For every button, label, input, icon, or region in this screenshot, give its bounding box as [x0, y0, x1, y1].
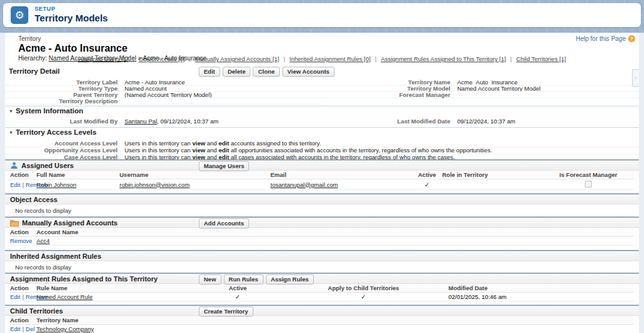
field-territory-name: Territory Name Acme_Auto_Insurance [322, 79, 639, 86]
create-territory-button[interactable]: Create Territory [199, 307, 253, 317]
detail-right-column: Territory Name Acme_Auto_Insurance Terri… [322, 79, 639, 104]
detail-left-column: Territory Label Acme - Auto Insurance Te… [5, 79, 322, 104]
clone-button[interactable]: Clone [253, 67, 279, 77]
active-checkmark-icon: ✓ [412, 182, 442, 188]
email-link[interactable]: tosantanupal@gmail.com [270, 181, 338, 188]
delete-button[interactable]: Delete [223, 67, 251, 77]
help-question-icon[interactable]: ? [628, 35, 635, 42]
territory-access-levels-header[interactable]: ▼Territory Access Levels [5, 128, 639, 137]
edit-action-link[interactable]: Edit [10, 293, 20, 300]
view-accounts-button[interactable]: View Accounts [282, 67, 335, 77]
assignment-rules-title: Assignment Rules Assigned to This Territ… [10, 275, 158, 283]
field-territory-label: Territory Label Acme - Auto Insurance [5, 79, 322, 86]
last-modified-by-user-link[interactable]: Santanu Pal [125, 118, 157, 125]
inherited-rules-empty: No records to display [10, 261, 634, 273]
manage-users-button[interactable]: Manage Users [199, 161, 249, 171]
manually-assigned-accounts-section: Manually Assigned Accounts Add Accounts … [5, 217, 639, 246]
quick-link-separator: | [510, 55, 511, 62]
entity-label: Territory [18, 35, 630, 42]
field-forecast-manager: Forecast Manager [322, 92, 639, 98]
assigned-users-row: Edit|Remove Robin Johnson robin.johnson@… [10, 179, 634, 190]
child-territories-bar: Child Territories Create Territory [5, 305, 639, 316]
setup-header: ⚙ SETUP Territory Models [3, 3, 641, 27]
system-information-row: Last Modified By Santanu Pal, 09/12/2024… [5, 118, 639, 125]
quick-link-separator: | [375, 55, 376, 62]
new-button[interactable]: New [199, 274, 221, 285]
account-row: Remove Acc4 [10, 237, 634, 246]
active-checkmark-icon: ✓ [197, 294, 279, 300]
row-actions: Edit|Remove [10, 294, 36, 300]
account-name-link[interactable]: Acc4 [36, 237, 50, 244]
child-territory-name-link[interactable]: Technology Company [36, 325, 94, 332]
quick-link-child-territories[interactable]: Child Territories [1] [516, 55, 566, 62]
quick-link-inherited-assignment-rules[interactable]: Inherited Assignment Rules [0] [289, 55, 370, 62]
field-territory-description: Territory Description [5, 98, 322, 104]
rule-name-link[interactable]: Named Account Rule [36, 293, 92, 300]
assigned-users-header-row: Action Full Name Username Email Active R… [10, 171, 634, 179]
last-modified-date-label: Last Modified Date [322, 118, 450, 125]
page-title: Acme - Auto Insurance [18, 42, 630, 54]
system-information-section: ▼System Information Last Modified By San… [5, 106, 639, 125]
rules-header-row: Action Rule Name Active Apply to Child T… [10, 284, 634, 293]
inherited-assignment-rules-bar: Inherited Assignment Rules [5, 250, 639, 261]
object-access-section: Object Access No records to display [5, 193, 639, 217]
assignment-rules-section: Assignment Rules Assigned to This Territ… [5, 273, 639, 302]
quick-link-object-access[interactable]: Object Access [0] [138, 55, 184, 62]
territory-access-levels-section: ▼Territory Access Levels Account Access … [5, 127, 639, 161]
remove-action-link[interactable]: Remove [10, 237, 32, 244]
manually-assigned-accounts-bar: Manually Assigned Accounts Add Accounts [5, 217, 639, 228]
help-link[interactable]: Help for this Page [576, 35, 626, 42]
assigned-users-title: Assigned Users [21, 162, 74, 169]
last-modified-by-value: Santanu Pal, 09/12/2024, 10:37 am [125, 118, 322, 125]
child-territory-row: Edit|Del Technology Company [10, 325, 634, 333]
help-for-page[interactable]: Help for this Page ? [576, 35, 636, 42]
add-accounts-button[interactable]: Add Accounts [199, 218, 249, 229]
manually-assigned-accounts-table: Action Account Name Remove Acc4 [10, 228, 634, 246]
inherited-assignment-rules-title: Inherited Assignment Rules [10, 252, 101, 260]
edit-action-link[interactable]: Edit [10, 325, 20, 332]
assigned-users-bar: Assigned Users Manage Users [5, 159, 639, 171]
username-link[interactable]: robin.johnson@vision.com [119, 181, 190, 188]
run-rules-button[interactable]: Run Rules [224, 274, 264, 285]
assigned-users-table: Action Full Name Username Email Active R… [10, 171, 634, 190]
child-territories-header-row: Action Territory Name [10, 316, 634, 325]
user-icon [10, 161, 18, 169]
setup-app-title: Territory Models [35, 13, 108, 24]
quick-link-assignment-rules[interactable]: Assignment Rules Assigned to This Territ… [381, 55, 506, 62]
quick-link-separator: | [133, 55, 134, 62]
assign-rules-button[interactable]: Assign Rules [266, 274, 314, 285]
territory-type-link[interactable]: Named Account [125, 86, 167, 91]
setup-eyebrow: SETUP [35, 6, 108, 13]
setup-title-group: SETUP Territory Models [35, 6, 108, 23]
detail-grid: Territory Label Acme - Auto Insurance Te… [5, 79, 639, 104]
row-actions: Edit|Del [10, 326, 36, 332]
field-territory-type: Territory Type Named Account [5, 86, 322, 92]
system-information-header[interactable]: ▼System Information [5, 106, 639, 116]
collapse-icon: ▼ [9, 130, 13, 135]
accounts-header-row: Action Account Name [10, 228, 634, 237]
last-modified-date-value: 09/12/2024, 10:37 am [457, 118, 639, 125]
last-modified-by-label: Last Modified By [5, 118, 118, 125]
child-territories-table: Action Territory Name Edit|Del Technolog… [10, 316, 634, 333]
field-territory-model: Territory Model Named Account Territory … [322, 86, 639, 92]
territory-detail-section: Territory Detail Edit Delete Clone View … [5, 67, 639, 104]
territory-model-link[interactable]: Named Account Territory Model [457, 86, 540, 91]
child-territories-title: Child Territories [10, 307, 63, 315]
full-name-link[interactable]: Robin Johnson [36, 181, 76, 188]
assignment-rules-table: Action Rule Name Active Apply to Child T… [10, 284, 634, 302]
rule-row: Edit|Remove Named Account Rule ✓ ✓ 02/01… [10, 293, 634, 302]
edit-action-link[interactable]: Edit [10, 181, 20, 188]
related-quick-links: Assigned Users [1]|Object Access [0]|Man… [5, 55, 639, 62]
quick-link-manually-assigned-accounts[interactable]: Manually Assigned Accounts [1] [195, 55, 279, 62]
field-parent-territory: Parent Territory (Named Account Territor… [5, 92, 322, 98]
quick-link-assigned-users[interactable]: Assigned Users [1] [78, 55, 128, 62]
content-card: Territory Acme - Auto Insurance Hierarch… [5, 33, 639, 333]
modified-date-value: 02/01/2025, 10:46 am [448, 294, 634, 300]
assigned-users-section: Assigned Users Manage Users Action Full … [5, 159, 639, 190]
edit-button[interactable]: Edit [199, 67, 220, 77]
setup-gear-icon: ⚙ [11, 6, 28, 24]
object-access-bar: Object Access [5, 193, 639, 205]
gear-glyph: ⚙ [14, 10, 24, 21]
del-action-link[interactable]: Del [26, 325, 35, 332]
manually-assigned-accounts-title: Manually Assigned Accounts [22, 219, 118, 227]
